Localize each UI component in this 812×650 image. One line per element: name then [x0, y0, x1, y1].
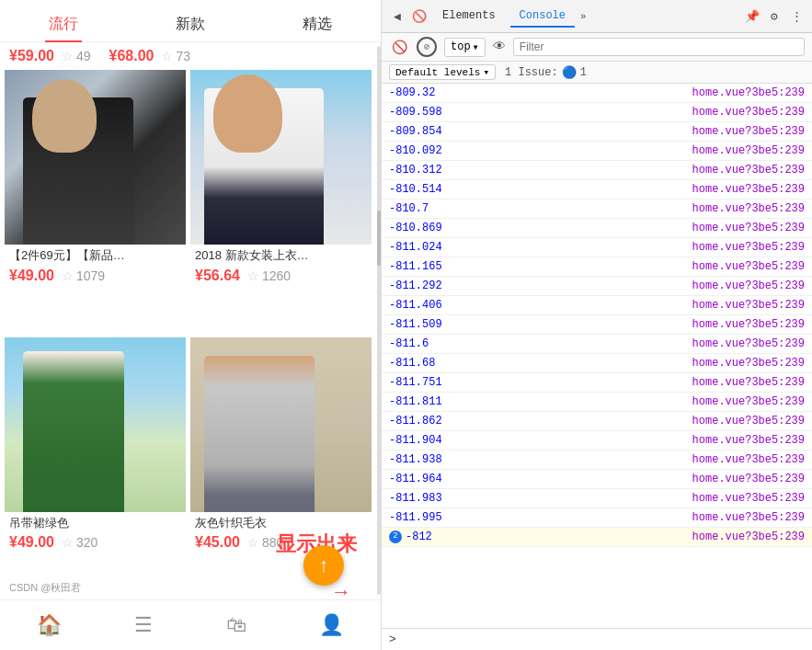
log-source[interactable]: home.vue?3be5:239 [692, 297, 805, 314]
nav-cart[interactable]: 🛍 [226, 613, 246, 637]
product-image-2 [190, 70, 372, 245]
top-selector[interactable]: top ▾ [444, 38, 486, 57]
log-source[interactable]: home.vue?3be5:239 [692, 374, 805, 391]
product-card-1[interactable]: 【2件69元】【新品… ¥49.00 ☆ 1079 [5, 70, 186, 333]
log-source[interactable]: home.vue?3be5:239 [692, 104, 805, 120]
log-row: -811.024 home.vue?3be5:239 [382, 238, 812, 257]
devtools-block-icon[interactable]: 🚫 [411, 8, 428, 25]
log-value: -811.406 [389, 297, 442, 314]
product-stars-1: ☆ 1079 [62, 268, 105, 283]
console-prompt-icon: > [389, 633, 396, 646]
price-2: ¥68.00 [109, 48, 154, 64]
console-input[interactable] [402, 633, 805, 646]
log-source[interactable]: home.vue?3be5:239 [692, 278, 805, 294]
product-card-2[interactable]: 2018 新款女装上衣… ¥56.64 ☆ 1260 [190, 70, 372, 333]
log-value: -811.509 [389, 316, 442, 333]
log-source[interactable]: home.vue?3be5:239 [692, 239, 805, 256]
console-input-row: > [382, 628, 812, 650]
log-value: -812 [406, 529, 432, 545]
log-source[interactable]: home.vue?3be5:239 [692, 258, 805, 275]
log-source[interactable]: home.vue?3be5:239 [692, 413, 805, 429]
levels-row: Default levels ▾ 1 Issue: 🔵 1 [382, 62, 812, 84]
log-value: -811.292 [389, 278, 442, 294]
tab-jingxuan[interactable]: 精选 [254, 7, 381, 41]
product-image-4 [190, 337, 372, 512]
console-toolbar: 🚫 ⊘ top ▾ 👁 [382, 33, 812, 62]
log-source[interactable]: home.vue?3be5:239 [692, 316, 805, 333]
log-source[interactable]: home.vue?3be5:239 [692, 529, 805, 545]
console-stop-button[interactable]: ⊘ [417, 37, 437, 57]
log-value: -810.7 [389, 200, 429, 217]
devtools-back-icon[interactable]: ◀ [389, 8, 406, 25]
devtools-more-tabs[interactable]: » [580, 11, 587, 22]
log-source[interactable]: home.vue?3be5:239 [692, 200, 805, 217]
devtools-tab-elements[interactable]: Elements [433, 6, 505, 28]
scroll-divider [377, 46, 381, 595]
log-row: -811.292 home.vue?3be5:239 [382, 277, 812, 296]
log-source[interactable]: home.vue?3be5:239 [692, 143, 805, 159]
eye-icon[interactable]: 👁 [493, 40, 506, 54]
log-source[interactable]: home.vue?3be5:239 [692, 162, 805, 178]
log-source[interactable]: home.vue?3be5:239 [692, 509, 805, 526]
devtools-pin-icon[interactable]: 📌 [744, 8, 761, 25]
log-value: -811.751 [389, 374, 442, 391]
log-value: -811.964 [389, 471, 442, 487]
log-value: -811.862 [389, 413, 442, 429]
tab-xinkuan[interactable]: 新款 [127, 7, 254, 41]
log-source[interactable]: home.vue?3be5:239 [692, 432, 805, 449]
nav-profile[interactable]: 👤 [319, 613, 344, 637]
devtools-panel: ◀ 🚫 Elements Console » 📌 ⚙ ⋮ 🚫 ⊘ top ▾ 👁… [382, 0, 812, 650]
console-clear-button[interactable]: 🚫 [389, 37, 409, 57]
star-icon-p2: ☆ [247, 268, 259, 283]
product-card-3[interactable]: 吊带裙绿色 ¥49.00 ☆ 320 [5, 337, 186, 600]
log-value: -811.811 [389, 393, 442, 410]
tab-bar: 流行 新款 精选 [0, 0, 381, 42]
log-source[interactable]: home.vue?3be5:239 [692, 490, 805, 507]
log-value: -811.904 [389, 432, 442, 449]
devtools-settings-icon[interactable]: ⚙ [766, 8, 783, 25]
devtools-toolbar: ◀ 🚫 Elements Console » 📌 ⚙ ⋮ [382, 0, 812, 33]
product-bottom-1: ¥49.00 ☆ 1079 [5, 266, 186, 290]
log-row: -809.598 home.vue?3be5:239 [382, 103, 812, 122]
filter-input[interactable] [513, 38, 805, 56]
product-name-3: 吊带裙绿色 [5, 512, 186, 533]
top-price-row: ¥59.00 ☆ 49 ¥68.00 ☆ 73 [0, 42, 381, 70]
log-value: -810.514 [389, 181, 442, 198]
log-source[interactable]: home.vue?3be5:239 [692, 393, 805, 410]
console-log-area: -809.32 home.vue?3be5:239 -809.598 home.… [382, 84, 812, 628]
nav-menu[interactable]: ☰ [134, 613, 153, 637]
tab-liuxing[interactable]: 流行 [0, 7, 127, 41]
log-source[interactable]: home.vue?3be5:239 [692, 220, 805, 236]
product-card-4[interactable]: 灰色针织毛衣 ¥45.00 ☆ 880 [190, 337, 372, 600]
log-row: -811.983 home.vue?3be5:239 [382, 489, 812, 508]
product-bottom-2: ¥56.64 ☆ 1260 [190, 266, 372, 290]
log-source[interactable]: home.vue?3be5:239 [692, 336, 805, 352]
default-levels-button[interactable]: Default levels ▾ [389, 64, 496, 80]
log-value: -809.32 [389, 85, 435, 101]
log-row: -811.811 home.vue?3be5:239 [382, 393, 812, 412]
product-price-3: ¥49.00 [9, 534, 54, 551]
devtools-tab-console[interactable]: Console [510, 6, 575, 28]
log-row: -811.509 home.vue?3be5:239 [382, 315, 812, 335]
log-source[interactable]: home.vue?3be5:239 [692, 123, 805, 140]
log-value: -809.598 [389, 104, 442, 120]
product-name-1: 【2件69元】【新品… [5, 245, 186, 266]
log-value: -810.312 [389, 162, 442, 178]
log-source[interactable]: home.vue?3be5:239 [692, 355, 805, 371]
log-row: 2-812 home.vue?3be5:239 [382, 528, 812, 547]
nav-home[interactable]: 🏠 [37, 613, 62, 637]
log-row: -810.514 home.vue?3be5:239 [382, 180, 812, 200]
log-source[interactable]: home.vue?3be5:239 [692, 85, 805, 101]
log-row: -809.32 home.vue?3be5:239 [382, 84, 812, 103]
devtools-menu-icon[interactable]: ⋮ [788, 8, 805, 25]
log-source[interactable]: home.vue?3be5:239 [692, 181, 805, 198]
bottom-nav: 🏠 ☰ 🛍 👤 [0, 599, 381, 650]
star-count-2: ☆ 73 [161, 49, 190, 63]
log-row: -811.995 home.vue?3be5:239 [382, 508, 812, 528]
product-stars-2: ☆ 1260 [247, 268, 291, 283]
price-1: ¥59.00 [9, 48, 54, 64]
log-source[interactable]: home.vue?3be5:239 [692, 471, 805, 487]
log-source[interactable]: home.vue?3be5:239 [692, 451, 805, 468]
top-label: top [451, 40, 471, 53]
log-value: -811.938 [389, 451, 442, 468]
